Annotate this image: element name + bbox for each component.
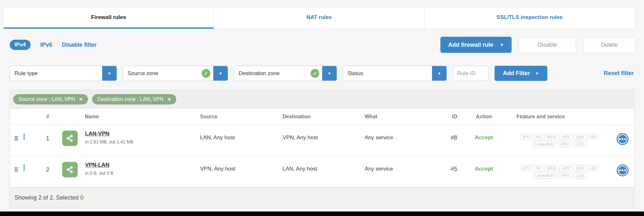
badge-linkednat: LinkedNAT (533, 141, 557, 147)
feature-service-badges: IPS AV WEB APP QoS HB LinkedNAT PRX LOG (508, 131, 611, 147)
tab-ssl-tls-label: SSL/TLS inspection rules (496, 14, 562, 21)
badge-ips: IPS (521, 165, 532, 171)
chevron-down-icon[interactable]: ▼ (432, 66, 447, 81)
add-filter-label: Add Filter (503, 70, 530, 77)
chevron-glyph: ▼ (437, 71, 441, 76)
rule-id: #5 (440, 162, 460, 172)
delete-button[interactable]: Delete (583, 37, 636, 53)
tab-nat-rules-label: NAT rules (306, 14, 332, 21)
badge-web: WEB (544, 165, 558, 171)
table-summary: Showing 2 of 2. Selected 0 (10, 187, 634, 208)
disable-button[interactable]: Disable (519, 37, 576, 53)
rule-type-tabbar: Firewall rules NAT rules SSL/TLS inspect… (3, 7, 635, 29)
firewall-rules-table: Source zone : LAN, VPN ✕ Destination zon… (10, 90, 634, 208)
chevron-down-icon: ▼ (535, 71, 539, 76)
badge-log: LOG (573, 141, 586, 147)
source-zone-dropdown[interactable]: Source zone ✓ ▼ (123, 66, 228, 81)
drag-handle-icon[interactable] (10, 131, 22, 140)
network-rule-icon (62, 162, 78, 177)
tab-firewall-rules[interactable]: Firewall rules (4, 7, 214, 29)
rule-traffic-stats: in 0 B, out 0 B (85, 171, 113, 176)
check-icon: ✓ (311, 69, 319, 78)
disable-filter-link[interactable]: Disable filter (62, 42, 97, 48)
close-icon[interactable]: ✕ (167, 97, 171, 102)
window-bottom-edge (0, 211, 644, 216)
rule-action: Accept (460, 131, 508, 141)
ipv4-toggle[interactable]: IPv4 (10, 40, 31, 50)
row-number: 1 (40, 131, 55, 142)
add-filter-button[interactable]: Add Filter ▼ (495, 66, 547, 81)
rule-destination: VPN, Any host (283, 131, 365, 141)
chevron-down-icon: ▼ (500, 43, 504, 47)
chevron-down-icon[interactable]: ▼ (102, 66, 117, 81)
table-row: 1 LAN-VPN in 2.81 MB, out 1.41 MB LAN, A… (10, 125, 634, 156)
header-destination: Destination (283, 114, 365, 120)
header-number: # (40, 114, 55, 120)
rule-destination: LAN, Any host (283, 162, 365, 172)
rule-source: LAN, Any host (200, 131, 283, 141)
rule-what: Any service (365, 162, 440, 172)
rule-source: VPN, Any host (200, 162, 283, 172)
badge-linkednat: LinkedNAT (533, 172, 557, 179)
ipv6-toggle[interactable]: IPv6 (40, 42, 52, 48)
badge-av: AV (533, 134, 543, 140)
filter-chip-source-zone: Source zone : LAN, VPN ✕ (13, 94, 88, 104)
more-actions-icon[interactable] (617, 164, 629, 176)
badge-hb: HB (588, 134, 598, 140)
header-action: Action (460, 114, 508, 120)
status-dropdown[interactable]: Status ▼ (343, 66, 447, 81)
active-filter-chips: Source zone : LAN, VPN ✕ Destination zon… (10, 90, 634, 109)
status-dropdown-label: Status (343, 70, 432, 77)
share-glyph (65, 133, 75, 143)
badge-log: LOG (573, 172, 586, 179)
badge-ips: IPS (521, 134, 532, 140)
table-header-row: # Name Source Destination What ID Action… (10, 109, 634, 125)
share-glyph (65, 165, 75, 174)
chevron-glyph: ▼ (108, 71, 111, 76)
badge-app: APP (560, 134, 572, 140)
badge-qos: QoS (574, 165, 587, 171)
feature-service-badges: IPS AV WEB APP QoS HB LinkedNAT PRX LOG (508, 162, 611, 179)
table-row: 2 VPN-LAN in 0 B, out 0 B VPN, Any host … (10, 156, 634, 187)
filter-chip-label: Source zone : LAN, VPN (18, 96, 75, 102)
rule-action: Accept (460, 162, 508, 172)
rule-name-link[interactable]: LAN-VPN (85, 131, 110, 137)
destination-zone-dropdown[interactable]: Destination zone ✓ ▼ (234, 66, 337, 81)
source-zone-dropdown-label: Source zone (123, 70, 202, 77)
filter-bar: Rule type ▼ Source zone ✓ ▼ Destination … (10, 66, 634, 81)
more-actions-icon[interactable] (617, 133, 629, 145)
rule-id-input[interactable] (453, 66, 489, 81)
badge-app: APP (560, 165, 572, 171)
row-checkbox[interactable] (24, 133, 25, 140)
rule-id: #8 (440, 131, 460, 141)
reset-filter-link[interactable]: Reset filter (604, 70, 634, 77)
row-number: 2 (40, 162, 55, 173)
chevron-down-icon[interactable]: ▼ (213, 66, 228, 81)
drag-handle-icon[interactable] (10, 162, 22, 172)
close-icon[interactable]: ✕ (79, 97, 83, 102)
header-what: What (365, 114, 440, 120)
chevron-glyph: ▼ (219, 71, 223, 76)
tab-firewall-rules-label: Firewall rules (91, 14, 126, 21)
check-icon: ✓ (202, 69, 210, 78)
chevron-down-icon[interactable]: ▼ (322, 66, 337, 81)
rule-name-link[interactable]: VPN-LAN (85, 162, 110, 168)
badge-qos: QoS (574, 134, 587, 140)
header-id: ID (440, 114, 460, 120)
add-firewall-rule-label: Add firewall rule (448, 42, 493, 48)
tab-nat-rules[interactable]: NAT rules (214, 7, 424, 29)
chevron-glyph: ▼ (328, 71, 332, 76)
header-source: Source (200, 114, 283, 120)
filter-chip-label: Destination zone : LAN, VPN (97, 96, 163, 102)
tab-ssl-tls-inspection-rules[interactable]: SSL/TLS inspection rules (424, 7, 635, 29)
network-rule-icon (62, 131, 78, 146)
badge-hb: HB (588, 165, 598, 171)
badge-web: WEB (544, 134, 558, 140)
rule-type-dropdown[interactable]: Rule type ▼ (10, 66, 117, 81)
toolbar: IPv4 IPv6 Disable filter Add firewall ru… (10, 37, 636, 53)
rule-traffic-stats: in 2.81 MB, out 1.41 MB (85, 139, 133, 144)
row-checkbox[interactable] (24, 164, 25, 171)
destination-zone-dropdown-label: Destination zone (234, 70, 311, 77)
badge-prx: PRX (559, 172, 572, 179)
add-firewall-rule-button[interactable]: Add firewall rule ▼ (440, 37, 512, 53)
